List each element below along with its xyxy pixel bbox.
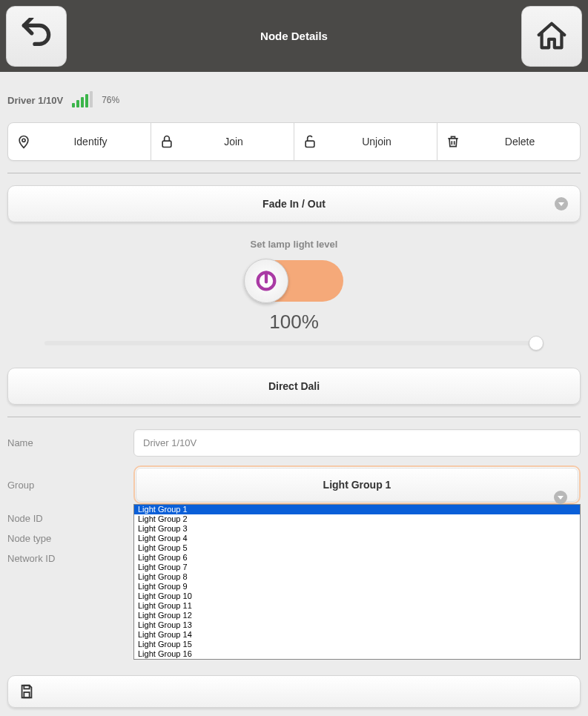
- back-arrow-icon: [18, 18, 55, 55]
- name-input[interactable]: [133, 429, 581, 457]
- status-row: Driver 1/10V 76%: [7, 72, 581, 122]
- fade-expand-button[interactable]: Fade In / Out: [7, 185, 581, 222]
- trash-icon: [445, 133, 461, 150]
- group-option[interactable]: Light Group 13: [134, 620, 580, 630]
- group-option[interactable]: Light Group 16: [134, 649, 580, 659]
- divider: [7, 173, 581, 173]
- group-option[interactable]: Light Group 11: [134, 601, 580, 611]
- home-button[interactable]: [521, 6, 582, 67]
- group-option[interactable]: Light Group 4: [134, 534, 580, 543]
- svg-rect-1: [162, 141, 171, 147]
- identify-label: Identify: [38, 136, 143, 147]
- lamp-section-label: Set lamp light level: [7, 239, 581, 250]
- group-option[interactable]: Light Group 2: [134, 514, 580, 524]
- lock-icon: [159, 133, 175, 150]
- group-label: Group: [7, 480, 133, 491]
- pin-icon: [16, 133, 32, 150]
- slider-thumb[interactable]: [529, 336, 544, 351]
- chevron-down-icon: [555, 197, 568, 211]
- home-icon: [535, 19, 569, 53]
- divider: [7, 417, 581, 417]
- nodeid-label: Node ID: [7, 513, 133, 524]
- save-button[interactable]: [7, 675, 581, 708]
- power-icon: [254, 268, 279, 294]
- group-option[interactable]: Light Group 12: [134, 611, 580, 620]
- fade-label: Fade In / Out: [262, 198, 326, 210]
- signal-icon: [72, 93, 93, 107]
- name-label: Name: [7, 437, 133, 448]
- unjoin-button[interactable]: Unjoin: [294, 123, 437, 160]
- group-option[interactable]: Light Group 15: [134, 640, 580, 649]
- chevron-down-icon: [554, 491, 567, 504]
- group-dropdown-list[interactable]: Light Group 1Light Group 2Light Group 3L…: [133, 504, 581, 660]
- svg-point-0: [22, 139, 25, 142]
- delete-button[interactable]: Delete: [437, 123, 580, 160]
- back-button[interactable]: [6, 6, 67, 67]
- svg-rect-5: [24, 686, 29, 689]
- lamp-level-value: 100%: [7, 311, 581, 334]
- identify-button[interactable]: Identify: [8, 123, 151, 160]
- join-label: Join: [181, 136, 286, 147]
- lamp-toggle[interactable]: [245, 260, 343, 302]
- direct-dali-button[interactable]: Direct Dali: [7, 368, 581, 405]
- signal-percent: 76%: [102, 95, 119, 105]
- group-selected-value: Light Group 1: [323, 479, 392, 491]
- group-option[interactable]: Light Group 9: [134, 582, 580, 591]
- save-icon: [19, 683, 35, 700]
- group-option[interactable]: Light Group 5: [134, 543, 580, 553]
- networkid-label: Network ID: [7, 553, 133, 564]
- nodetype-label: Node type: [7, 533, 133, 544]
- group-option[interactable]: Light Group 10: [134, 591, 580, 601]
- group-option[interactable]: Light Group 6: [134, 553, 580, 563]
- direct-dali-label: Direct Dali: [268, 380, 320, 392]
- svg-rect-6: [24, 692, 29, 697]
- lamp-level-slider[interactable]: [44, 341, 544, 345]
- join-button[interactable]: Join: [151, 123, 294, 160]
- group-option[interactable]: Light Group 3: [134, 524, 580, 534]
- driver-label: Driver 1/10V: [7, 95, 63, 106]
- delete-label: Delete: [467, 136, 572, 147]
- group-option[interactable]: Light Group 8: [134, 572, 580, 582]
- group-option[interactable]: Light Group 7: [134, 563, 580, 572]
- app-header: Node Details: [0, 0, 588, 72]
- group-option[interactable]: Light Group 14: [134, 630, 580, 640]
- group-select[interactable]: Light Group 1: [133, 465, 581, 504]
- unlock-icon: [302, 133, 318, 150]
- toggle-knob: [244, 259, 288, 303]
- page-title: Node Details: [260, 30, 328, 42]
- action-toolbar: Identify Join Unjoin Delete: [7, 122, 581, 161]
- unjoin-label: Unjoin: [324, 136, 429, 147]
- svg-rect-2: [305, 141, 314, 147]
- group-option[interactable]: Light Group 1: [134, 505, 580, 514]
